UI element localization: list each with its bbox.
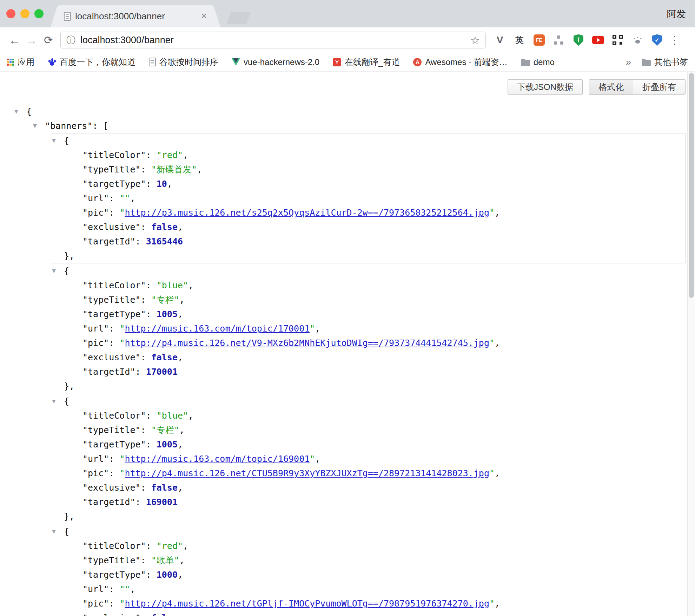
json-url-link[interactable]: http://music.163.com/m/topic/170001 bbox=[125, 323, 310, 334]
browser-tab[interactable]: localhost:3000/banner ✕ bbox=[58, 5, 213, 27]
minimize-window-button[interactable] bbox=[20, 9, 29, 18]
json-line: "titleColor": "blue", bbox=[51, 408, 685, 423]
awesomes-a-icon: A bbox=[413, 58, 422, 66]
bookmark-label: 在线翻译_有道 bbox=[345, 57, 400, 68]
page-info-icon[interactable]: ⓘ bbox=[66, 34, 75, 46]
bookmark-star-icon[interactable]: ☆ bbox=[470, 34, 480, 46]
fehelper-glyph: FE bbox=[534, 34, 545, 46]
json-key: "titleColor" bbox=[82, 150, 146, 160]
bookmark-demo-folder[interactable]: demo bbox=[521, 57, 555, 67]
json-punctuation: , bbox=[188, 411, 193, 421]
json-string-value: "专栏" bbox=[151, 425, 179, 435]
collapse-toggle-icon[interactable]: ▼ bbox=[14, 104, 18, 119]
tab-title: localhost:3000/banner bbox=[75, 11, 197, 22]
json-line: "titleColor": "red", bbox=[51, 539, 685, 553]
collapse-all-button[interactable]: 折叠所有 bbox=[633, 79, 686, 95]
json-number-value: 3165446 bbox=[146, 236, 183, 247]
extension-v-icon[interactable]: V bbox=[494, 34, 506, 46]
bookmarks-overflow-icon[interactable]: » bbox=[626, 57, 631, 68]
json-key: "pic" bbox=[82, 338, 109, 348]
scrollbar-thumb[interactable] bbox=[689, 73, 694, 298]
json-punctuation: " bbox=[489, 208, 495, 218]
json-key: "typeTitle" bbox=[82, 164, 141, 175]
zoom-window-button[interactable] bbox=[34, 9, 44, 18]
json-string-value: "blue" bbox=[157, 411, 188, 421]
json-line: "url": "", bbox=[51, 191, 685, 205]
json-punctuation: : bbox=[146, 280, 157, 290]
json-punctuation: , bbox=[179, 295, 185, 305]
page-content: 下载JSON数据 格式化 折叠所有 ▼{▼"banners": [▼{"titl… bbox=[0, 79, 695, 616]
new-tab-button[interactable] bbox=[226, 12, 251, 24]
baidu-paw-icon bbox=[48, 58, 56, 66]
translate-glyph: 英 bbox=[516, 35, 524, 46]
extension-paw-icon[interactable] bbox=[631, 34, 644, 46]
extension-qrcode-icon[interactable] bbox=[611, 34, 624, 46]
json-punctuation: : bbox=[92, 121, 103, 131]
json-punctuation: , bbox=[178, 309, 183, 319]
reload-button[interactable]: ⟳ bbox=[40, 34, 57, 47]
json-punctuation: , bbox=[178, 352, 183, 362]
extension-team-icon[interactable] bbox=[552, 34, 565, 46]
json-key: "url" bbox=[82, 193, 109, 203]
bookmarks-bar: 应用 百度一下，你就知道 谷歌按时间排序 vue-hackernews-2.0 … bbox=[0, 53, 695, 72]
json-url-link[interactable]: http://p3.music.126.net/s25q2x5QyqsAzilC… bbox=[125, 208, 489, 218]
extension-blue-shield-icon[interactable]: ✓ bbox=[651, 34, 663, 46]
collapse-toggle-icon[interactable]: ▼ bbox=[52, 264, 56, 278]
back-button[interactable]: ← bbox=[6, 33, 23, 47]
json-line: "targetId": 3165446 bbox=[51, 234, 685, 249]
bookmark-awesomes[interactable]: A Awesomes - 前端资… bbox=[413, 57, 507, 68]
bookmark-google-sort[interactable]: 谷歌按时间排序 bbox=[149, 57, 218, 68]
json-punctuation: : bbox=[141, 295, 151, 305]
bookmark-vue-hackernews[interactable]: vue-hackernews-2.0 bbox=[232, 57, 319, 67]
extension-youtube-icon[interactable] bbox=[592, 34, 604, 46]
bookmark-apps[interactable]: 应用 bbox=[7, 57, 34, 68]
bookmark-baidu[interactable]: 百度一下，你就知道 bbox=[48, 57, 135, 68]
json-punctuation: : bbox=[109, 584, 119, 594]
address-bar[interactable]: ⓘ localhost:3000/banner ☆ bbox=[60, 32, 486, 48]
extension-fehelper-icon[interactable]: FE bbox=[533, 34, 545, 46]
json-key: "typeTitle" bbox=[82, 555, 141, 565]
json-url-link[interactable]: http://music.163.com/m/topic/169001 bbox=[125, 454, 310, 464]
url-text[interactable]: localhost:3000/banner bbox=[80, 35, 465, 46]
other-bookmarks[interactable]: 其他书签 bbox=[642, 57, 688, 68]
collapse-toggle-icon[interactable]: ▼ bbox=[52, 133, 56, 148]
browser-menu-icon[interactable]: ⋮ bbox=[669, 33, 680, 47]
tab-close-icon[interactable]: ✕ bbox=[201, 12, 207, 21]
json-key: "typeTitle" bbox=[82, 295, 141, 305]
qr-code-icon bbox=[613, 35, 623, 45]
close-window-button[interactable] bbox=[6, 9, 15, 18]
json-line: "typeTitle": "歌单", bbox=[51, 553, 685, 568]
json-punctuation: : bbox=[146, 541, 157, 551]
bookmark-label: 谷歌按时间排序 bbox=[159, 57, 218, 68]
json-line: ▼{ bbox=[51, 524, 685, 539]
json-line: "exclusive": false, bbox=[51, 350, 685, 365]
json-key: "url" bbox=[82, 454, 109, 464]
format-button[interactable]: 格式化 bbox=[589, 79, 633, 95]
bookmarks-right-area: » 其他书签 bbox=[626, 57, 688, 68]
json-punctuation: " bbox=[119, 208, 125, 218]
collapse-toggle-icon[interactable]: ▼ bbox=[33, 119, 37, 133]
json-line: "typeTitle": "新碟首发", bbox=[51, 162, 685, 177]
collapse-toggle-icon[interactable]: ▼ bbox=[52, 524, 56, 539]
page-scrollbar[interactable] bbox=[687, 72, 695, 616]
json-punctuation: : bbox=[141, 483, 151, 493]
json-punctuation: " bbox=[119, 454, 125, 464]
forward-button[interactable]: → bbox=[23, 33, 40, 47]
json-string-value: "新碟首发" bbox=[151, 164, 197, 175]
extension-green-shield-icon[interactable]: T bbox=[572, 34, 585, 46]
json-string-value: "red" bbox=[157, 541, 183, 551]
collapse-toggle-icon[interactable]: ▼ bbox=[52, 394, 56, 408]
json-number-value: 169001 bbox=[146, 497, 178, 507]
json-line: }, bbox=[51, 249, 685, 263]
json-url-link[interactable]: http://p4.music.126.net/V9-MXz6b2MNhEKju… bbox=[125, 338, 489, 348]
json-url-link[interactable]: http://p4.music.126.net/tGPljf-IMOCyPvum… bbox=[125, 598, 489, 609]
json-punctuation: { bbox=[26, 106, 32, 117]
json-url-link[interactable]: http://p4.music.126.net/CTU5B9R9y3XyYBZX… bbox=[125, 468, 489, 478]
profile-name[interactable]: 阿发 bbox=[667, 8, 686, 20]
page-icon bbox=[149, 58, 156, 66]
download-json-button[interactable]: 下载JSON数据 bbox=[508, 79, 583, 95]
json-key: "url" bbox=[82, 584, 109, 594]
bookmark-youdao-translate[interactable]: Y 在线翻译_有道 bbox=[333, 57, 400, 68]
json-punctuation: : bbox=[141, 425, 151, 435]
extension-translate-icon[interactable]: 英 bbox=[513, 34, 526, 46]
